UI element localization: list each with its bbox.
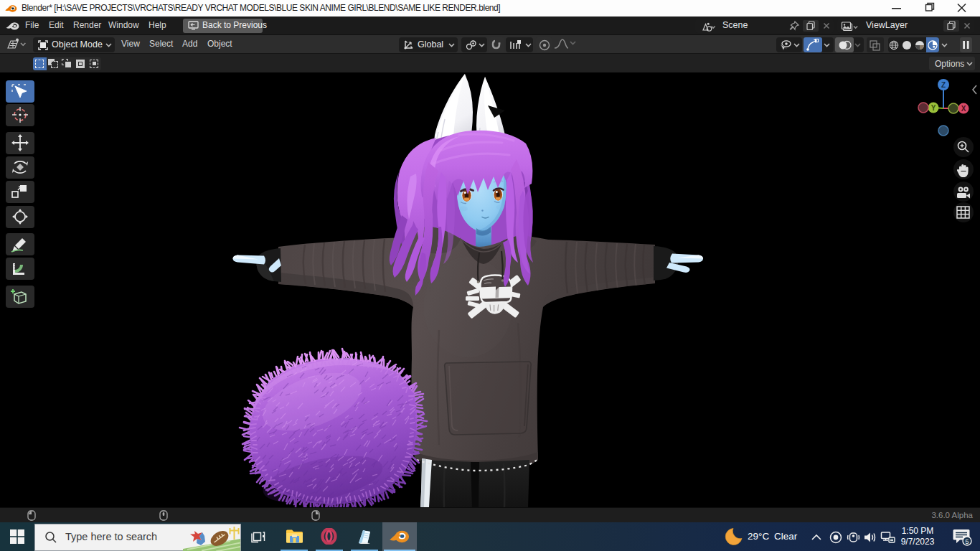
svg-text:Y: Y <box>931 104 936 112</box>
svg-text:Z: Z <box>941 81 946 89</box>
svg-text:5: 5 <box>965 537 969 545</box>
svg-text:X: X <box>961 105 966 113</box>
